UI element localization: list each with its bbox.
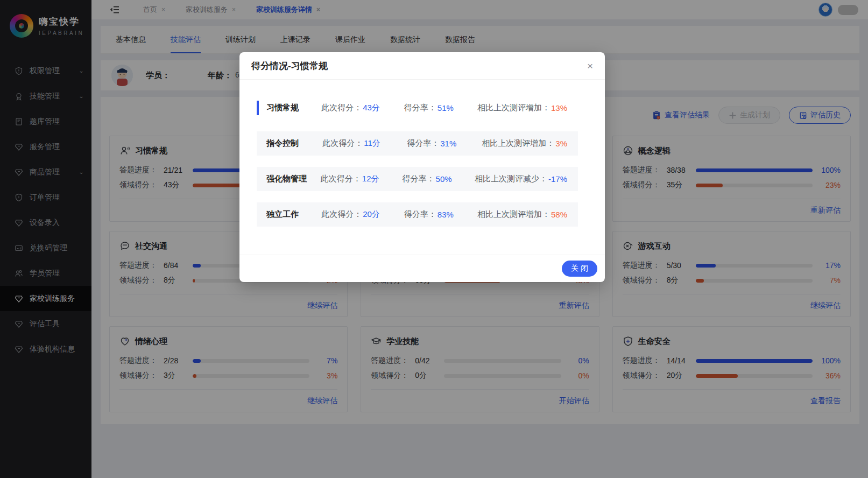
modal-row-reinforcer-management: 强化物管理 此次得分：12分 得分率：50% 相比上次测评减少：-17%: [257, 167, 578, 191]
close-icon[interactable]: ×: [587, 61, 593, 71]
score-detail-modal: 得分情况-习惯常规 × 习惯常规 此次得分：43分 得分率：51% 相比上次测评…: [239, 52, 605, 282]
modal-row-habit-routine: 习惯常规 此次得分：43分 得分率：51% 相比上次测评增加：13%: [257, 96, 578, 120]
modal-title: 得分情况-习惯常规: [251, 60, 328, 72]
close-button[interactable]: 关 闭: [562, 261, 597, 277]
modal-row-instruction-control: 指令控制 此次得分：11分 得分率：31% 相比上次测评增加：3%: [257, 131, 578, 156]
modal-row-independent-work: 独立工作 此次得分：20分 得分率：83% 相比上次测评增加：58%: [257, 202, 578, 227]
